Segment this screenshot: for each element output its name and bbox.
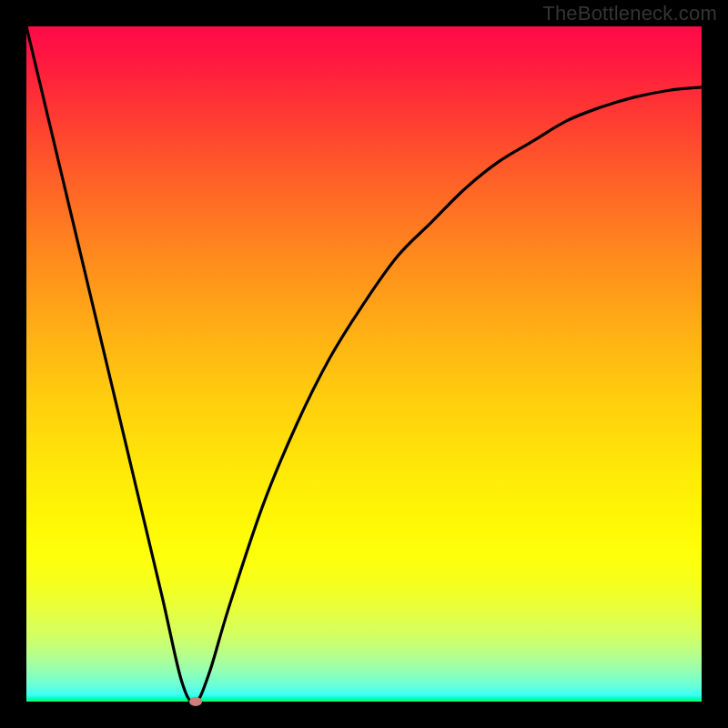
chart-frame: TheBottleneck.com [0,0,728,728]
optimum-marker [189,697,202,706]
bottleneck-curve [26,26,702,702]
plot-area [26,26,702,702]
watermark-text: TheBottleneck.com [542,2,717,25]
curve-path [26,26,702,702]
